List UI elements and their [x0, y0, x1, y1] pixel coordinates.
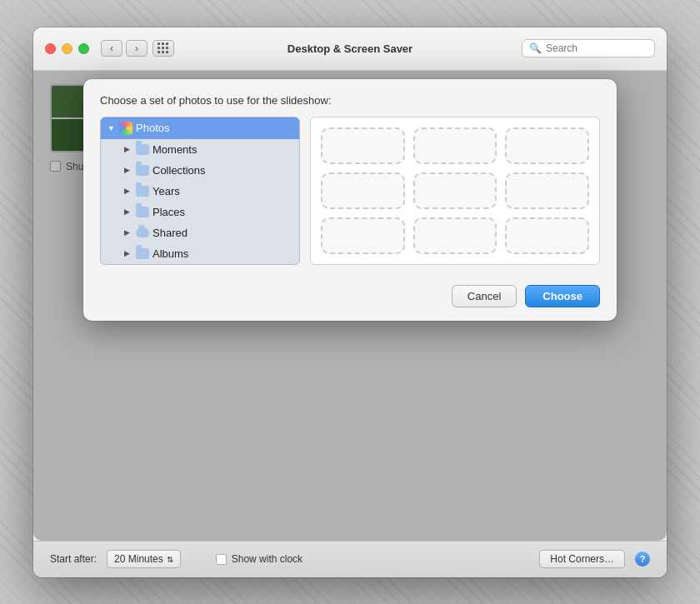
tree-item-photos-label: Photos [136, 122, 169, 134]
photos-icon [119, 122, 132, 135]
grid-cell-1[interactable] [321, 127, 405, 164]
search-input[interactable] [546, 42, 648, 54]
tree-label-shared: Shared [152, 227, 188, 239]
start-after-label: Start after: [50, 553, 97, 565]
tree-item-years[interactable]: ▶ Years [101, 181, 299, 202]
show-clock-label: Show with clock [232, 553, 302, 565]
tree-item-places[interactable]: ▶ Places [101, 202, 299, 222]
titlebar: ‹ › Desktop & Screen Saver 🔍 [33, 27, 667, 71]
tree-item-photos[interactable]: ▼ Photos [101, 117, 299, 139]
grid-cell-6[interactable] [505, 172, 589, 209]
arrow-right-icon: ▶ [124, 166, 132, 174]
tree-item-albums[interactable]: ▶ Albums [101, 243, 299, 264]
choose-button[interactable]: Choose [525, 285, 600, 307]
arrow-right-icon: ▶ [124, 145, 132, 153]
arrow-right-icon: ▶ [124, 187, 132, 195]
modal-footer: Cancel Choose [83, 277, 617, 321]
tree-label-collections: Collections [152, 164, 206, 177]
folder-icon-years [136, 186, 149, 197]
tree-label-years: Years [152, 185, 180, 197]
help-button[interactable]: ? [635, 552, 650, 567]
grid-cell-8[interactable] [413, 217, 498, 254]
grid-cell-7[interactable] [321, 217, 405, 254]
arrow-right-icon: ▶ [124, 207, 132, 216]
back-button[interactable]: ‹ [101, 40, 122, 57]
grid-cell-2[interactable] [413, 127, 498, 164]
maximize-button[interactable] [78, 43, 89, 54]
tree-panel: ▼ Photos ▶ Moments [100, 117, 300, 265]
modal-overlay: Choose a set of photos to use for the sl… [33, 71, 667, 541]
modal-instruction: Choose a set of photos to use for the sl… [100, 94, 600, 107]
grid-cell-9[interactable] [505, 217, 589, 254]
folder-icon-moments [136, 144, 149, 155]
hot-corners-button[interactable]: Hot Corners… [539, 550, 625, 568]
start-after-value: 20 Minutes [114, 553, 163, 565]
photo-grid-panel [310, 117, 600, 265]
show-clock-group: Show with clock [216, 553, 302, 565]
folder-icon-collections [136, 165, 149, 176]
arrow-right-icon: ▶ [124, 249, 132, 257]
folder-icon-places [136, 207, 149, 217]
arrow-down-icon: ▼ [108, 124, 116, 132]
window-title: Desktop & Screen Saver [288, 42, 412, 55]
tree-label-albums: Albums [152, 247, 188, 260]
choose-photos-modal: Choose a set of photos to use for the sl… [83, 79, 617, 321]
close-button[interactable] [45, 43, 56, 54]
grid-cell-4[interactable] [321, 172, 405, 209]
traffic-lights [45, 43, 89, 54]
arrow-right-icon: ▶ [124, 228, 132, 237]
tree-label-places: Places [152, 206, 185, 218]
cloud-icon-shared [136, 228, 149, 237]
start-after-select[interactable]: 20 Minutes ⇅ [107, 550, 181, 568]
grid-cell-3[interactable] [505, 127, 589, 164]
tree-item-moments[interactable]: ▶ Moments [101, 139, 299, 160]
nav-buttons: ‹ › [101, 40, 148, 57]
grid-dots-icon [158, 42, 169, 54]
bottom-bar: Start after: 20 Minutes ⇅ Show with cloc… [33, 541, 667, 577]
tree-item-collections[interactable]: ▶ Collections [101, 160, 299, 181]
search-icon: 🔍 [529, 42, 542, 54]
main-content: Shuffle slide order Choose a set of phot… [33, 71, 667, 541]
tree-item-shared[interactable]: ▶ Shared [101, 222, 299, 243]
folder-icon-albums [136, 248, 149, 259]
forward-button[interactable]: › [126, 40, 148, 57]
tree-label-moments: Moments [152, 143, 197, 156]
cancel-button[interactable]: Cancel [452, 285, 517, 307]
main-window: ‹ › Desktop & Screen Saver 🔍 [33, 27, 667, 577]
grid-cell-5[interactable] [413, 172, 498, 209]
app-grid-button[interactable] [152, 40, 174, 57]
search-box[interactable]: 🔍 [522, 39, 655, 57]
modal-panels: ▼ Photos ▶ Moments [100, 117, 600, 265]
stepper-icon: ⇅ [167, 555, 173, 564]
show-clock-checkbox[interactable] [216, 554, 227, 565]
modal-body: Choose a set of photos to use for the sl… [83, 79, 617, 277]
minimize-button[interactable] [62, 43, 72, 54]
